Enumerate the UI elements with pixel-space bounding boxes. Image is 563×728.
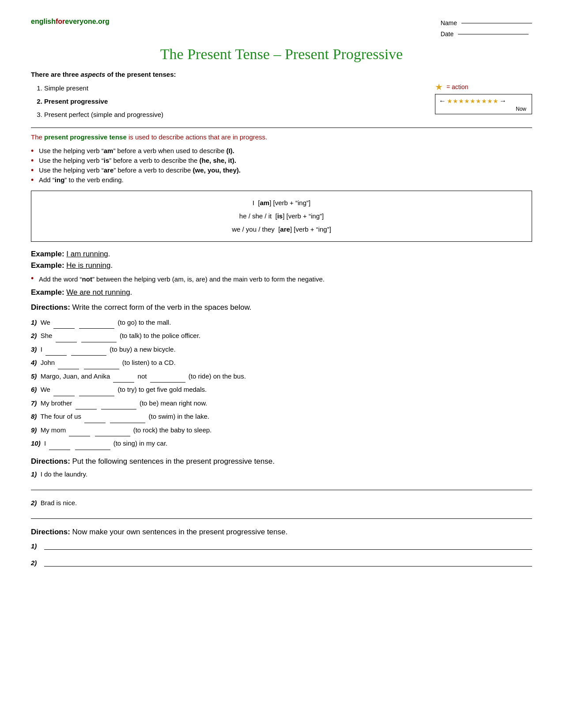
blank-1b[interactable] bbox=[79, 328, 114, 329]
aspect-2-text: Present progressive bbox=[44, 98, 108, 105]
directions-3-label: Directions: bbox=[31, 528, 70, 536]
exercise-1-list: 1) We (to go) to the mall. 2) She (to ta… bbox=[31, 316, 532, 450]
formula-line-1: I [am] [verb + “ing”] bbox=[40, 196, 523, 210]
section-divider bbox=[31, 128, 532, 128]
exercise-2-section: 1) I do the laundry. 2) Brad is nice. bbox=[31, 470, 532, 519]
directions-2: Directions: Put the following sentences … bbox=[31, 457, 532, 466]
directions-2-label: Directions: bbox=[31, 457, 70, 465]
blank-5b[interactable] bbox=[150, 382, 185, 383]
blank-4a[interactable] bbox=[58, 369, 79, 369]
example-1-text: I am running bbox=[66, 250, 108, 258]
star-5: ★ bbox=[470, 98, 476, 105]
right-arrow-icon: → bbox=[499, 97, 506, 105]
ex1-item-2: 2) She (to talk) to the police officer. bbox=[31, 330, 532, 342]
aspect-3-text: Present perfect (simple and progressive) bbox=[44, 111, 163, 118]
blank-8b[interactable] bbox=[110, 423, 145, 423]
negative-rule-text: Add the word “not” between the helping v… bbox=[31, 274, 532, 285]
star-1: ★ bbox=[447, 98, 453, 105]
formula-box: I [am] [verb + “ing”] he / she / it [is]… bbox=[31, 191, 532, 242]
desc-highlight: present progressive tense bbox=[44, 133, 127, 141]
blank-9a[interactable] bbox=[69, 436, 90, 436]
answer-line-1[interactable] bbox=[31, 481, 532, 490]
directions-3: Directions: Now make your own sentences … bbox=[31, 528, 532, 537]
example-2-text: He is running bbox=[66, 261, 110, 270]
rules-list: Use the helping verb “am” before a verb … bbox=[31, 147, 532, 184]
action-label: = action bbox=[446, 83, 468, 90]
example-1-label: Example: bbox=[31, 250, 64, 258]
example-neg-text: We are not running bbox=[66, 288, 130, 296]
intro-section: Simple present Present progressive Prese… bbox=[31, 82, 532, 121]
aspect-list: Simple present Present progressive Prese… bbox=[31, 82, 426, 121]
star-6: ★ bbox=[476, 98, 481, 105]
intro-aspects: aspects bbox=[81, 71, 106, 78]
directions-3-text: Now make your own sentences in the prese… bbox=[72, 528, 288, 536]
blank-2b[interactable] bbox=[81, 342, 117, 342]
rule-4: Add “ing” to the verb ending. bbox=[31, 176, 532, 184]
blank-3a[interactable] bbox=[45, 355, 67, 356]
transform-1: 1) I do the laundry. bbox=[31, 470, 532, 478]
ex1-item-8: 8) The four of us (to swim) in the lake. bbox=[31, 410, 532, 423]
name-label: Name bbox=[441, 18, 457, 29]
directions-1-label: Directions: bbox=[31, 303, 70, 311]
write-line-2[interactable] bbox=[44, 558, 532, 567]
name-underline bbox=[461, 23, 532, 23]
answer-line-2[interactable] bbox=[31, 510, 532, 519]
ex1-item-10: 10) I (to sing) in my car. bbox=[31, 437, 532, 450]
prog-desc: The present progressive tense is used to… bbox=[31, 133, 532, 141]
open-num-2: 2) bbox=[31, 559, 41, 567]
ex1-item-3: 3) I (to buy) a new bicycle. bbox=[31, 343, 532, 356]
timeline-diagram: ★ = action ← ★ ★ ★ ★ ★ ★ ★ ★ ★ → Now bbox=[435, 82, 532, 114]
timeline-box: ← ★ ★ ★ ★ ★ ★ ★ ★ ★ → Now bbox=[435, 94, 532, 114]
date-label: Date bbox=[441, 29, 454, 40]
directions-2-text: Put the following sentences in the prese… bbox=[72, 457, 275, 465]
blank-5a[interactable] bbox=[113, 382, 134, 383]
site-english: english bbox=[31, 18, 56, 25]
single-star-icon: ★ bbox=[435, 82, 443, 92]
star-4: ★ bbox=[464, 98, 470, 105]
intro-text-2: of the present tenses: bbox=[105, 71, 176, 78]
blank-10b[interactable] bbox=[75, 450, 110, 450]
star-2: ★ bbox=[453, 98, 458, 105]
blank-4b[interactable] bbox=[84, 369, 119, 369]
star-9: ★ bbox=[493, 98, 499, 105]
blank-10a[interactable] bbox=[49, 450, 70, 450]
example-neg-label: Example: bbox=[31, 288, 64, 296]
desc-suffix: is used to describe actions that are in … bbox=[127, 133, 268, 141]
blank-1a[interactable] bbox=[53, 328, 75, 329]
directions-1-text: Write the correct form of the verb in th… bbox=[72, 303, 252, 311]
left-arrow-icon: ← bbox=[439, 97, 446, 105]
ex1-item-7: 7) My brother (to be) mean right now. bbox=[31, 397, 532, 410]
date-underline bbox=[458, 34, 529, 34]
aspect-item-2: Present progressive bbox=[44, 95, 426, 108]
formula-line-2: he / she / it [is] [verb + “ing”] bbox=[40, 210, 523, 223]
now-label: Now bbox=[439, 106, 528, 112]
blank-6a[interactable] bbox=[53, 396, 75, 396]
blank-7a[interactable] bbox=[76, 409, 97, 409]
negative-rule: Add the word “not” between the helping v… bbox=[31, 274, 532, 285]
timeline-arrow-row: ← ★ ★ ★ ★ ★ ★ ★ ★ ★ → bbox=[439, 97, 528, 105]
blank-9b[interactable] bbox=[95, 436, 130, 436]
site-for: for bbox=[56, 18, 65, 25]
blank-6b[interactable] bbox=[79, 396, 114, 396]
aspect-item-1: Simple present bbox=[44, 82, 426, 95]
example-2: Example: He is running. bbox=[31, 261, 532, 270]
desc-prefix: The bbox=[31, 133, 44, 141]
blank-7b[interactable] bbox=[101, 409, 136, 409]
action-row: ★ = action bbox=[435, 82, 532, 92]
example-1: Example: I am running. bbox=[31, 250, 532, 259]
blank-8a[interactable] bbox=[84, 423, 106, 423]
stars-row: ★ ★ ★ ★ ★ ★ ★ ★ ★ bbox=[447, 98, 499, 105]
transform-2: 2) Brad is nice. bbox=[31, 499, 532, 507]
example-negative: Example: We are not running. bbox=[31, 288, 532, 297]
star-3: ★ bbox=[458, 98, 464, 105]
intro-heading: There are three aspects of the present t… bbox=[31, 71, 532, 78]
ex1-item-9: 9) My mom (to rock) the baby to sleep. bbox=[31, 424, 532, 437]
blank-2a[interactable] bbox=[56, 342, 77, 342]
write-line-1[interactable] bbox=[44, 541, 532, 550]
rule-3: Use the helping verb “are” before a verb… bbox=[31, 166, 532, 174]
open-num-1: 1) bbox=[31, 542, 41, 550]
page-header: englishforeveryone.org Name Date bbox=[31, 18, 532, 40]
blank-3b[interactable] bbox=[71, 355, 106, 356]
name-date-block: Name Date bbox=[441, 18, 532, 40]
site-everyone: everyone bbox=[65, 18, 96, 25]
